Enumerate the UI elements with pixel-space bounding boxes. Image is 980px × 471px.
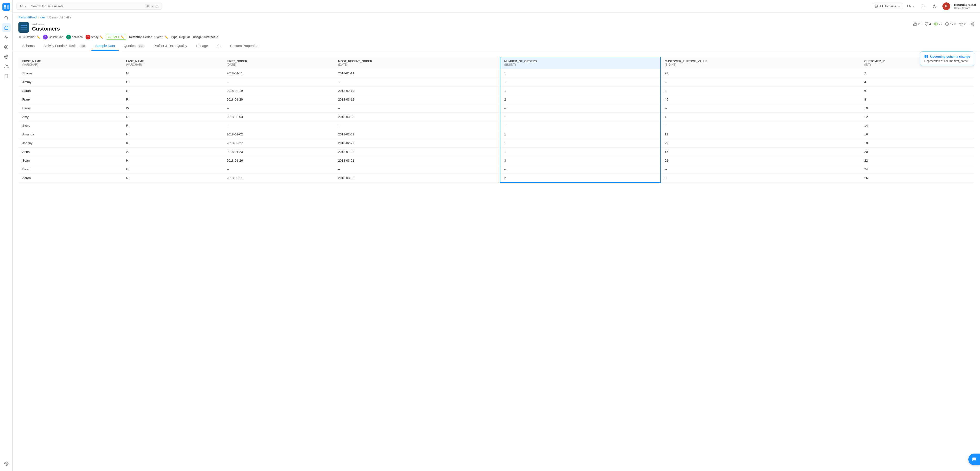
svg-point-25	[973, 25, 974, 26]
domain-selector[interactable]: All Domains	[872, 3, 903, 9]
svg-point-24	[971, 24, 972, 24]
dislikes-count: 4	[929, 22, 931, 26]
cell-number_of_orders: 1	[500, 86, 660, 95]
domain-label: All Domains	[880, 4, 896, 8]
views-stat[interactable]: 27	[934, 22, 942, 26]
cell-first_name: Sarah	[18, 86, 122, 95]
sidebar	[0, 0, 13, 471]
alert-body: Deprecation of column first_name	[924, 59, 970, 63]
teddy-edit-icon[interactable]: ✏️	[99, 35, 103, 39]
tier-edit-icon[interactable]: ✏️	[121, 35, 124, 39]
tab-dbt-label: dbt	[216, 44, 221, 48]
help-button[interactable]	[931, 2, 939, 10]
cell-number_of_orders: 3	[500, 156, 660, 165]
lang-selector[interactable]: EN	[907, 4, 915, 8]
tab-queries[interactable]: Queries 260	[120, 41, 148, 51]
cell-last_name: K.	[122, 139, 223, 148]
schema-change-alert: Upcoming schema change Deprecation of co…	[920, 51, 974, 66]
sidebar-item-search[interactable]	[2, 14, 11, 22]
owner-edit-icon[interactable]: ✏️	[37, 35, 40, 39]
sidebar-item-globe[interactable]	[2, 53, 11, 61]
chevron-down-icon	[24, 5, 27, 8]
svg-marker-22	[959, 22, 963, 25]
sidebar-item-explore[interactable]	[2, 43, 11, 51]
cell-number_of_orders: 2	[500, 174, 660, 183]
cell-last_name: R.	[122, 95, 223, 104]
breadcrumb-redshiftprod[interactable]: RedshiftProd	[18, 16, 37, 19]
main-content: All ⌘ × All Domains EN	[13, 0, 980, 471]
col-header-most-recent-order[interactable]: MOST_RECENT_ORDER (DATE)	[334, 57, 500, 69]
cmd-key: ⌘	[145, 4, 150, 8]
col-header-clv[interactable]: CUSTOMER_LIFETIME_VALUE (BIGINT)	[660, 57, 861, 69]
tier-icon: 🏷	[108, 35, 111, 39]
table-row: SteveF.--------14	[18, 121, 974, 130]
user-name: Rounakpreet.d	[954, 3, 976, 6]
app-logo[interactable]	[2, 3, 10, 11]
teddy-tag[interactable]: T teddy ✏️	[86, 35, 103, 40]
notification-button[interactable]	[919, 2, 927, 10]
cell-first_order: --	[223, 78, 334, 86]
cell-customer_lifetime_value: 4	[660, 113, 861, 121]
tier-badge[interactable]: 🏷 Tier 1 ✏️	[106, 35, 126, 40]
col-header-first-name[interactable]: FIRST_NAME (VARCHAR)	[18, 57, 122, 69]
cell-most_recent_order: --	[334, 165, 500, 174]
cell-most_recent_order: 2018-01-23	[334, 148, 500, 156]
likes-stat[interactable]: 28	[913, 22, 921, 26]
likes-count: 28	[918, 22, 921, 26]
cell-last_name: R.	[122, 174, 223, 183]
tab-sample-data[interactable]: Sample Data	[91, 41, 119, 51]
dislikes-stat[interactable]: 4	[924, 22, 931, 26]
cell-first_name: Jimmy	[18, 78, 122, 86]
chat-button[interactable]	[968, 453, 980, 465]
alert-title-text: Upcoming schema change	[930, 55, 970, 58]
cell-number_of_orders: 1	[500, 130, 660, 139]
owner-tag[interactable]: Customer ✏️	[18, 35, 40, 39]
sidebar-item-governance[interactable]	[2, 62, 11, 71]
lang-label: EN	[907, 4, 912, 8]
sidebar-item-home[interactable]	[2, 23, 11, 32]
table-row: AnnaA.2018-01-232018-01-2311520	[18, 148, 974, 156]
search-bar[interactable]: All ⌘ ×	[16, 3, 162, 10]
collate-joe-tag[interactable]: C Collate Joe	[43, 35, 63, 40]
cell-customer_lifetime_value: --	[660, 121, 861, 130]
table-row: AmyD.2018-03-032018-03-031412	[18, 113, 974, 121]
svg-point-11	[6, 463, 7, 465]
table-row: JimmyC.--------4	[18, 78, 974, 86]
sidebar-item-activity[interactable]	[2, 33, 11, 42]
svg-marker-7	[5, 46, 7, 48]
thumbs-down-icon	[924, 22, 928, 26]
svg-point-28	[20, 36, 21, 37]
col-header-number-of-orders[interactable]: NUMBER_OF_ORDERS (BIGINT)	[500, 57, 660, 69]
tab-lineage[interactable]: Lineage	[192, 41, 212, 51]
time-stat[interactable]: 17.8	[945, 22, 956, 26]
cell-last_name: H.	[122, 156, 223, 165]
tab-dbt[interactable]: dbt	[213, 41, 225, 51]
cell-first_order: 2018-02-27	[223, 139, 334, 148]
col-header-first-order[interactable]: FIRST_ORDER (DATE)	[223, 57, 334, 69]
help-icon	[933, 4, 937, 8]
user-avatar[interactable]: R	[942, 2, 950, 10]
eye-icon	[934, 22, 938, 26]
filter-label: All	[20, 4, 23, 8]
sidebar-item-settings[interactable]	[2, 459, 11, 468]
tab-activity[interactable]: Activity Feeds & Tasks 234	[40, 41, 91, 51]
tab-schema[interactable]: Schema	[18, 41, 38, 51]
shailesh-tag[interactable]: S shailesh	[66, 35, 83, 40]
cell-first_name: Sean	[18, 156, 122, 165]
retention-info: Retention Period: 1 year ✏️	[129, 35, 168, 39]
breadcrumb-dev[interactable]: dev	[40, 16, 46, 19]
table-row: AaronR.2018-02-112018-03-082826	[18, 174, 974, 183]
svg-rect-18	[21, 27, 27, 28]
share-button[interactable]	[970, 22, 974, 26]
search-filter-dropdown[interactable]: All	[20, 4, 29, 8]
tab-custom[interactable]: Custom Properties	[226, 41, 262, 51]
collate-joe-label: Collate Joe	[49, 35, 63, 39]
tab-profiler[interactable]: Profiler & Data Quality	[150, 41, 191, 51]
search-input[interactable]	[31, 4, 143, 8]
page-title: Customers	[32, 26, 60, 32]
retention-edit-icon[interactable]: ✏️	[164, 35, 168, 39]
cell-first_order: --	[223, 165, 334, 174]
stars-stat[interactable]: 28	[959, 22, 967, 26]
col-header-last-name[interactable]: LAST_NAME (VARCHAR)	[122, 57, 223, 69]
sidebar-item-docs[interactable]	[2, 72, 11, 80]
